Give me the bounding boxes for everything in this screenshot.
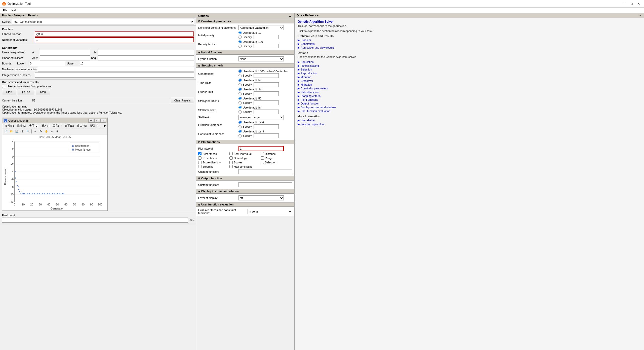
initial-penalty-specify-input[interactable] xyxy=(254,35,279,39)
best-individual-checkbox[interactable] xyxy=(229,152,233,155)
maximize-button[interactable]: □ xyxy=(628,1,635,6)
ga-tool-print[interactable]: 🖨 xyxy=(20,129,25,134)
qr-link-problem[interactable]: ▶Problem xyxy=(298,39,641,42)
ga-menu-help[interactable]: 帮助(H) xyxy=(89,124,101,128)
ga-menu-edit[interactable]: 编辑(E) xyxy=(15,124,28,128)
qr-link-output-function[interactable]: ▶Output function xyxy=(298,102,641,105)
func-tol-specify-radio[interactable] xyxy=(238,125,242,128)
hybrid-function-section-bar[interactable]: ⊟ Hybrid function xyxy=(196,50,294,55)
ga-tool-open[interactable]: 📂 xyxy=(9,129,14,134)
qr-link-user-guide[interactable]: ▶User Guide xyxy=(298,119,641,122)
Aeq-input[interactable] xyxy=(40,55,90,60)
clear-button[interactable]: Clear Results xyxy=(171,98,194,103)
ga-menu-window[interactable]: 窗口(W) xyxy=(75,124,89,128)
constraint-params-section-bar[interactable]: ⊟ Constraint parameters xyxy=(196,19,294,23)
lower-input[interactable] xyxy=(30,61,65,66)
qr-link-display[interactable]: ▶Display to command window xyxy=(298,106,641,109)
menu-help[interactable]: Help xyxy=(10,8,19,12)
random-states-checkbox[interactable] xyxy=(2,85,5,88)
ga-menu-tools[interactable]: 工具(T) xyxy=(51,124,63,128)
qr-link-constraint-params[interactable]: ▶Constraint parameters xyxy=(298,87,641,90)
generations-default-radio[interactable] xyxy=(238,69,242,73)
user-eval-section-bar[interactable]: ⊟ User function evaluation xyxy=(196,202,294,207)
penalty-factor-specify-radio[interactable] xyxy=(238,45,242,48)
qr-link-mutation[interactable]: ▶Mutation xyxy=(298,76,641,79)
ga-menu-insert[interactable]: 插入(I) xyxy=(40,124,51,128)
penalty-factor-default-radio[interactable] xyxy=(238,40,242,43)
ga-tool-data[interactable]: ⊞ xyxy=(55,129,60,134)
beq-input[interactable] xyxy=(98,55,194,60)
selection-checkbox[interactable] xyxy=(261,161,264,164)
plot-interval-input[interactable] xyxy=(238,146,284,151)
ga-maximize[interactable]: □ xyxy=(94,119,100,123)
eval-fn-select[interactable]: in serial xyxy=(248,209,292,214)
level-display-select[interactable]: off xyxy=(238,195,284,200)
stall-test-select[interactable]: average change xyxy=(238,115,284,120)
best-fitness-checkbox[interactable] xyxy=(198,152,202,155)
plot-functions-section-bar[interactable]: ⊟ Plot functions xyxy=(196,140,294,144)
expectation-checkbox[interactable] xyxy=(198,156,202,160)
minimize-button[interactable]: ─ xyxy=(621,1,628,6)
ga-tool-save[interactable]: 💾 xyxy=(14,129,19,134)
ga-tool-rotate[interactable]: ↻ xyxy=(38,129,43,134)
time-limit-specify-input[interactable] xyxy=(254,82,279,87)
start-button[interactable]: Start xyxy=(2,89,16,95)
score-diversity-checkbox[interactable] xyxy=(198,161,202,164)
options-scroll-up[interactable]: ▲ xyxy=(288,14,292,18)
time-limit-default-radio[interactable] xyxy=(238,79,242,82)
display-section-bar[interactable]: ⊟ Display to command window xyxy=(196,189,294,194)
stopping-criteria-section-bar[interactable]: ⊟ Stopping criteria xyxy=(196,63,294,68)
menu-file[interactable]: File xyxy=(1,8,10,12)
qr-link-migration[interactable]: ▶Migration xyxy=(298,83,641,86)
fitness-limit-specify-input[interactable] xyxy=(254,91,279,96)
func-tol-specify-input[interactable] xyxy=(254,124,279,129)
close-button[interactable]: ✕ xyxy=(635,1,642,6)
nonlinear-input[interactable] xyxy=(38,67,194,72)
ga-minimize[interactable]: ─ xyxy=(88,119,94,123)
constraint-tol-default-radio[interactable] xyxy=(238,130,242,133)
constraint-tol-specify-radio[interactable] xyxy=(238,134,242,137)
stall-time-default-radio[interactable] xyxy=(238,106,242,109)
custom-output-input[interactable] xyxy=(238,182,292,187)
pause-button[interactable]: Pause xyxy=(18,89,34,95)
fitness-input[interactable] xyxy=(35,31,194,37)
distance-checkbox[interactable] xyxy=(261,152,264,155)
qr-link-hybrid-function[interactable]: ▶Hybrid function xyxy=(298,91,641,94)
output-function-section-bar[interactable]: ⊟ Output function xyxy=(196,176,294,181)
time-limit-specify-radio[interactable] xyxy=(238,83,242,86)
qr-link-stopping-criteria[interactable]: ▶Stopping criteria xyxy=(298,94,641,98)
scores-checkbox[interactable] xyxy=(229,161,233,164)
integer-input[interactable] xyxy=(35,73,194,78)
A-input[interactable] xyxy=(40,50,90,55)
penalty-factor-specify-input[interactable] xyxy=(254,44,279,48)
stall-gen-default-radio[interactable] xyxy=(238,97,242,100)
ga-tool-brush[interactable]: ✏ xyxy=(49,129,54,134)
stall-gen-specify-radio[interactable] xyxy=(238,101,242,104)
generations-specify-radio[interactable] xyxy=(238,74,242,77)
func-tol-default-radio[interactable] xyxy=(238,121,242,124)
ga-menu-view[interactable]: 查看(V) xyxy=(28,124,40,128)
nonlinear-alg-select[interactable]: Augmented Lagrangian xyxy=(238,25,284,30)
stall-time-specify-radio[interactable] xyxy=(238,110,242,114)
fitness-limit-specify-radio[interactable] xyxy=(238,92,242,95)
stopping-checkbox[interactable] xyxy=(198,165,202,168)
hybrid-fn-select[interactable]: None xyxy=(238,56,284,61)
custom-plot-input[interactable] xyxy=(238,169,292,174)
b-input[interactable] xyxy=(98,50,194,55)
qr-link-plot-functions[interactable]: ▶Plot Functions xyxy=(298,98,641,101)
stop-button[interactable]: Stop xyxy=(36,89,50,95)
ga-tool-pan[interactable]: ✋ xyxy=(44,129,49,134)
qr-link-fitness-scaling[interactable]: ▶Fitness scaling xyxy=(298,64,641,67)
constraint-tol-specify-input[interactable] xyxy=(254,133,279,138)
fitness-limit-default-radio[interactable] xyxy=(238,88,242,91)
ga-tool-zoom[interactable]: 🔍 xyxy=(25,129,30,134)
qr-link-population[interactable]: ▶Population xyxy=(298,60,641,64)
solver-select[interactable]: ga - Genetic Algorithm xyxy=(12,19,194,24)
qr-collapse-button[interactable]: << xyxy=(639,14,642,17)
initial-penalty-default-radio[interactable] xyxy=(238,31,242,34)
qr-link-reproduction[interactable]: ▶Reproduction xyxy=(298,72,641,75)
qr-link-function-equiv[interactable]: ▶Function equivalent xyxy=(298,123,641,126)
ga-menu-desktop[interactable]: 桌面(D) xyxy=(63,124,75,128)
stall-gen-specify-input[interactable] xyxy=(254,100,279,105)
genealogy-checkbox[interactable] xyxy=(229,156,233,160)
